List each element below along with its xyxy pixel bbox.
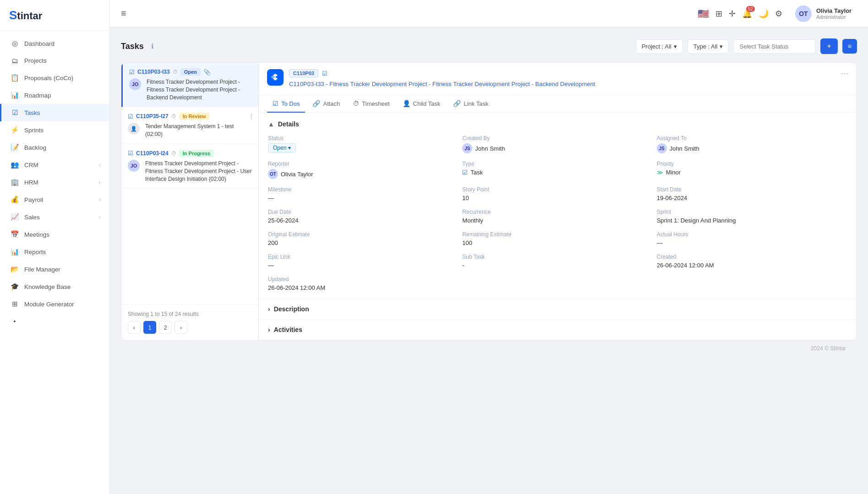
reporter-name: Olivia Taylor — [281, 171, 313, 178]
crosshair-icon[interactable]: ✛ — [729, 9, 736, 19]
sidebar-item-knowledge-base[interactable]: 🎓 Knowledge Base — [0, 278, 109, 295]
child-task-icon: 👤 — [403, 100, 410, 107]
chevron-right-icon: › — [98, 179, 100, 185]
sub-task-label: Sub Task — [462, 254, 653, 260]
chevron-right-icon: › — [268, 326, 270, 333]
recurrence-value: Monthly — [462, 217, 653, 224]
type-filter-label: Type : All — [693, 43, 718, 50]
field-updated: Updated 26-06-2024 12:00 AM — [268, 276, 459, 291]
field-status: Status Open ▾ — [268, 135, 459, 153]
sidebar-item-sales[interactable]: 📈 Sales › — [0, 208, 109, 226]
tab-link-task[interactable]: 🔗 Link Task — [448, 95, 494, 113]
created-by-name: John Smith — [475, 145, 505, 152]
sidebar-item-dashboard[interactable]: ◎ Dashboard — [0, 35, 109, 52]
type-label: Type — [462, 161, 653, 167]
avatar: JS — [657, 143, 667, 153]
detail-kebab-icon[interactable]: ⋯ — [841, 69, 848, 78]
grid-icon[interactable]: ⊞ — [715, 9, 722, 19]
next-page-button[interactable]: › — [175, 321, 187, 334]
add-task-button[interactable]: + — [820, 38, 837, 54]
sidebar-item-module-generator[interactable]: ⊞ Module Generator — [0, 295, 109, 313]
flag-icon[interactable]: 🇺🇸 — [698, 8, 709, 19]
sidebar-item-backlog[interactable]: 📝 Backlog — [0, 139, 109, 156]
meetings-icon: 📅 — [11, 230, 19, 239]
task-item[interactable]: ☑ C110P03-I33 ⏱ Open 📎 JO Fitness Tracke… — [121, 63, 258, 107]
sidebar-item-sprints[interactable]: ⚡ Sprints — [0, 121, 109, 139]
task-item[interactable]: ☑ C110P03-I24 ⏱ In Progress JO Fitness T… — [121, 144, 258, 189]
updated-label: Updated — [268, 276, 459, 282]
sidebar-item-tasks[interactable]: ☑ Tasks — [0, 104, 109, 121]
topbar-icons: 🇺🇸 ⊞ ✛ 🔔 52 🌙 ⚙ — [698, 8, 782, 19]
file-manager-icon: 📂 — [11, 265, 19, 273]
menu-toggle-button[interactable]: ≡ — [121, 8, 126, 19]
type-text: Task — [470, 169, 483, 176]
project-id-badge: C110P03 — [289, 69, 318, 77]
page-1-button[interactable]: 1 — [143, 321, 156, 334]
description-toggle[interactable]: › Description — [268, 305, 847, 313]
created-by-label: Created By — [462, 135, 653, 141]
tab-attach[interactable]: 🔗 Attach — [307, 95, 345, 113]
details-grid: Status Open ▾ Created By JS — [268, 135, 847, 291]
main-content: ≡ 🇺🇸 ⊞ ✛ 🔔 52 🌙 ⚙ OT Olivia Taylor Admin… — [110, 0, 868, 494]
type-filter-button[interactable]: Type : All ▾ — [688, 39, 729, 54]
prev-page-button[interactable]: ‹ — [128, 321, 141, 334]
detail-header-content: C110P03 ☑ C110P03-I33 - Fitness Tracker … — [289, 69, 835, 88]
sidebar-item-label: Reports — [24, 249, 46, 255]
field-assigned-to: Assigned To JS John Smith — [657, 135, 847, 153]
tab-todos[interactable]: ☑ To Dos — [267, 95, 305, 113]
info-icon[interactable]: ℹ — [151, 42, 154, 50]
assigned-to-value: JS John Smith — [657, 143, 847, 153]
user-profile[interactable]: OT Olivia Taylor Administrator — [790, 3, 857, 25]
user-name: Olivia Taylor — [816, 7, 852, 14]
notification-icon[interactable]: 🔔 52 — [742, 9, 752, 19]
task-id: C110P03-I24 — [136, 150, 169, 157]
sidebar-item-label: HRM — [24, 179, 38, 186]
detail-id-row: C110P03 ☑ — [289, 69, 835, 77]
tab-child-task[interactable]: 👤 Child Task — [397, 95, 446, 113]
page-2-button[interactable]: 2 — [159, 321, 172, 334]
dashboard-icon: ◎ — [11, 39, 19, 48]
sidebar-item-hrm[interactable]: 🏢 HRM › — [0, 174, 109, 191]
project-filter-button[interactable]: Project : All ▾ — [636, 39, 683, 54]
sidebar-item-payroll[interactable]: 💰 Payroll › — [0, 191, 109, 208]
task-checkbox-icon: ☑ — [128, 150, 133, 157]
sidebar-item-crm[interactable]: 👥 CRM › — [0, 156, 109, 174]
chevron-right-icon: › — [98, 162, 100, 168]
avatar: JO — [129, 78, 141, 90]
sidebar-item-file-manager[interactable]: 📂 File Manager — [0, 261, 109, 278]
field-due-date: Due Date 25-06-2024 — [268, 209, 459, 224]
tab-timesheet[interactable]: ⏱ Timesheet — [347, 95, 395, 113]
sidebar-item-label: Tasks — [24, 109, 40, 116]
status-badge: Open — [180, 68, 201, 76]
activities-toggle[interactable]: › Activities — [268, 326, 847, 333]
sidebar-item-label: Proposals (CoCo) — [24, 75, 73, 81]
task-title: Fitness Tracker Development Project - Fi… — [147, 78, 252, 101]
pagination: ‹ 1 2 › — [128, 321, 252, 334]
sidebar-item-reports[interactable]: 📊 Reports — [0, 243, 109, 261]
task-detail-title[interactable]: C110P03-I33 - Fitness Tracker Developmen… — [289, 80, 835, 88]
list-view-button[interactable]: ≡ — [842, 39, 857, 54]
status-pill[interactable]: Open ▾ — [268, 143, 296, 152]
topbar: ≡ 🇺🇸 ⊞ ✛ 🔔 52 🌙 ⚙ OT Olivia Taylor Admin… — [110, 0, 868, 27]
created-label: Created — [657, 254, 847, 260]
sidebar-item-projects[interactable]: 🗂 Projects — [0, 52, 109, 69]
sprint-label: Sprint — [657, 209, 847, 215]
sidebar-item-more[interactable]: • — [0, 313, 109, 330]
remaining-estimate-label: Remaining Estimate — [462, 231, 653, 238]
task-item[interactable]: ☑ C110P35-I27 ⏱ In Review 👤 Tender Manag… — [121, 107, 258, 144]
page-title: Tasks — [121, 42, 144, 51]
pagination-area: Showing 1 to 15 of 24 results ‹ 1 2 › — [121, 304, 258, 340]
reporter-value: OT Olivia Taylor — [268, 169, 459, 179]
priority-text: Minor — [666, 169, 681, 176]
sidebar-item-roadmap[interactable]: 📊 Roadmap — [0, 87, 109, 104]
projects-icon: 🗂 — [11, 57, 19, 65]
sidebar-item-proposals[interactable]: 📋 Proposals (CoCo) — [0, 69, 109, 87]
settings-icon[interactable]: ⚙ — [775, 9, 782, 19]
theme-toggle-icon[interactable]: 🌙 — [759, 9, 769, 19]
assigned-to-name: John Smith — [670, 145, 699, 152]
recurrence-label: Recurrence — [462, 209, 653, 215]
details-toggle[interactable]: ▲ Details — [268, 120, 847, 128]
kebab-menu-icon[interactable]: ⋮ — [248, 113, 255, 120]
sidebar-item-meetings[interactable]: 📅 Meetings — [0, 226, 109, 243]
status-search-input[interactable] — [733, 39, 816, 54]
